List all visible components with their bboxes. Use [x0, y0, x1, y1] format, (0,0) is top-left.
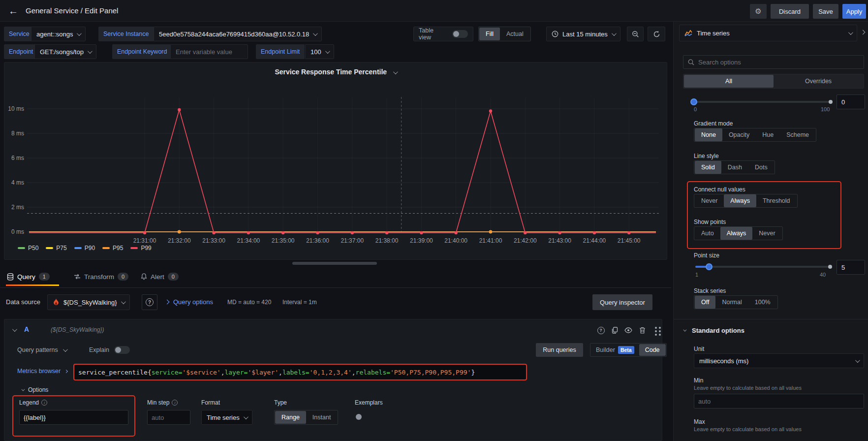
option-none[interactable]: None [695, 128, 722, 141]
type-switch[interactable]: RangeInstant [274, 410, 338, 425]
fill-opacity-value-input[interactable]: 0 [837, 94, 865, 109]
endpoint-keyword-input[interactable] [170, 44, 248, 59]
fill-actual-switch[interactable]: FillActual [478, 27, 531, 41]
promql-query-input[interactable]: service_percentile{service='$service', l… [73, 364, 527, 380]
option-dash[interactable]: Dash [721, 161, 748, 174]
tab-transform[interactable]: Transform 0 [74, 268, 128, 285]
query-help-button[interactable]: ? [595, 324, 607, 336]
endpoint-limit-dropdown[interactable]: 100 [305, 44, 334, 59]
legend-item-p99[interactable]: P99 [130, 245, 151, 252]
option-overrides[interactable]: Overrides [774, 75, 863, 88]
query-row-collapse-icon[interactable] [12, 327, 17, 332]
option-off[interactable]: Off [695, 296, 715, 309]
drag-handle[interactable] [651, 325, 661, 337]
options-search-box[interactable] [683, 55, 864, 69]
query-options-expander[interactable]: Query options [165, 298, 213, 306]
option-instant[interactable]: Instant [306, 411, 338, 424]
standard-options-expander[interactable]: Standard options [683, 327, 744, 334]
option-threshold[interactable]: Threshold [756, 194, 797, 207]
option-scheme[interactable]: Scheme [780, 128, 815, 141]
option-always[interactable]: Always [720, 227, 753, 240]
svg-text:21:32:00: 21:32:00 [168, 237, 191, 244]
query-patterns-dropdown[interactable]: Query patterns [17, 343, 66, 357]
format-dropdown[interactable]: Time series [201, 410, 252, 425]
connect-null-values-switch[interactable]: NeverAlwaysThreshold [694, 194, 798, 208]
option-auto[interactable]: Auto [695, 227, 720, 240]
legend-item-p90[interactable]: P90 [74, 245, 95, 252]
time-series-chart[interactable]: 0 ms2 ms4 ms6 ms8 ms10 ms21:31:0021:32:0… [4, 63, 668, 246]
svg-text:21:40:00: 21:40:00 [444, 237, 467, 244]
panel-settings-gear-icon[interactable]: ⚙ [750, 4, 767, 19]
query-editor-card: A (${DS_SkyWalking}) ? [4, 319, 662, 441]
service-variable-dropdown[interactable]: agent::songs [31, 27, 86, 41]
point-size-value-input[interactable]: 5 [837, 260, 865, 275]
endpoint-keyword-label: Endpoint Keyword [112, 44, 172, 59]
service-instance-variable-dropdown[interactable]: 5eed0e5758a244aca6e7699415d360aa@10.52.0… [154, 27, 322, 41]
gradient-mode-switch[interactable]: NoneOpacityHueScheme [694, 128, 816, 142]
legend-item-p95[interactable]: P95 [102, 245, 123, 252]
datasource-picker[interactable]: ${DS_SkyWalking} [47, 294, 130, 310]
toggle-query-visibility-button[interactable] [622, 324, 634, 336]
legend-item-p50[interactable]: P50 [18, 245, 38, 252]
beta-badge: Beta [618, 346, 634, 354]
line-style-switch[interactable]: SolidDashDots [694, 160, 775, 174]
panel-scrollbar[interactable] [292, 262, 377, 265]
delete-query-button[interactable] [636, 324, 648, 336]
legend-item-p75[interactable]: P75 [46, 245, 66, 252]
table-view-toggle[interactable] [452, 30, 468, 38]
code-mode-option[interactable]: Code [639, 344, 666, 356]
legend-format-input[interactable] [19, 410, 128, 425]
show-points-switch[interactable]: AutoAlwaysNever [694, 226, 783, 240]
back-arrow-icon[interactable]: ← [6, 4, 21, 18]
explain-toggle[interactable] [114, 346, 130, 354]
save-button[interactable]: Save [813, 4, 838, 19]
option-opacity[interactable]: Opacity [722, 128, 756, 141]
option-solid[interactable]: Solid [695, 161, 721, 174]
interval-text: Interval = 1m [282, 299, 317, 306]
option-all[interactable]: All [684, 75, 774, 88]
option-fill[interactable]: Fill [479, 28, 500, 40]
metrics-browser-button[interactable]: Metrics browser [17, 368, 67, 375]
discard-button[interactable]: Discard [771, 4, 809, 19]
option-actual[interactable]: Actual [500, 28, 530, 40]
info-circle-icon: i [41, 400, 47, 406]
builder-mode-option[interactable]: Builder Beta [591, 346, 639, 354]
option-always[interactable]: Always [724, 194, 756, 207]
min-input[interactable] [694, 394, 864, 409]
options-search-input[interactable] [698, 59, 846, 66]
option-normal[interactable]: Normal [715, 296, 748, 309]
time-range-picker[interactable]: Last 15 minutes [546, 27, 620, 41]
run-queries-button[interactable]: Run queries [536, 343, 583, 357]
duplicate-query-button[interactable] [609, 324, 620, 336]
option-dots[interactable]: Dots [748, 161, 774, 174]
stack-series-label: Stack series [694, 287, 726, 294]
option-range[interactable]: Range [275, 411, 306, 424]
option-never[interactable]: Never [752, 227, 781, 240]
fill-opacity-slider-track[interactable] [694, 101, 831, 103]
fill-opacity-slider-handle[interactable] [690, 98, 697, 105]
option-hue[interactable]: Hue [756, 128, 780, 141]
all-overrides-tabs[interactable]: AllOverrides [683, 74, 864, 89]
max-label: Max [694, 418, 705, 425]
options-expander[interactable]: Options [21, 386, 48, 393]
min-step-input[interactable] [147, 410, 190, 425]
refresh-button[interactable] [648, 27, 665, 41]
datasource-help-button[interactable]: ? [142, 294, 157, 310]
query-ref-id[interactable]: A [24, 325, 29, 333]
endpoint-variable-dropdown[interactable]: GET:/songs/top [34, 44, 96, 59]
unit-dropdown[interactable]: milliseconds (ms) [694, 353, 864, 368]
database-icon [7, 273, 14, 281]
slider-end-dot [829, 100, 833, 104]
visualization-picker[interactable]: Time series [679, 25, 857, 41]
zoom-out-button[interactable] [627, 27, 644, 41]
point-size-slider-handle[interactable] [706, 263, 713, 270]
option-never[interactable]: Never [695, 194, 724, 207]
point-size-slider-track[interactable] [695, 266, 830, 268]
tab-query[interactable]: Query 1 [7, 268, 50, 285]
legend-swatch [102, 247, 110, 249]
apply-button[interactable]: Apply [842, 4, 866, 19]
tab-alert[interactable]: Alert 0 [141, 268, 179, 285]
stack-series-switch[interactable]: OffNormal100% [694, 295, 778, 309]
option-100-[interactable]: 100% [748, 296, 777, 309]
query-inspector-button[interactable]: Query inspector [592, 294, 652, 310]
